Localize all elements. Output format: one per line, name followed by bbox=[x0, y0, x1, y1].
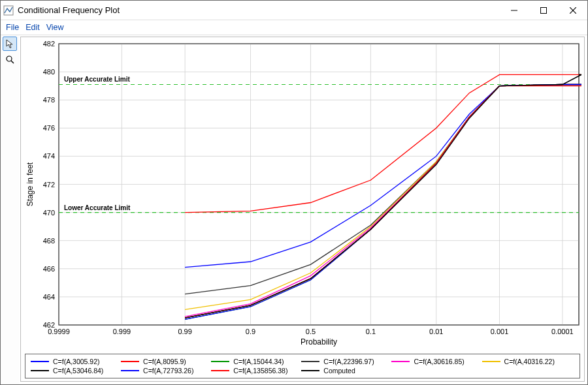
x-tick-label: 0.1 bbox=[366, 328, 376, 335]
svg-point-5 bbox=[7, 56, 12, 61]
legend-label: C=f(A,40316.22) bbox=[504, 358, 555, 365]
legend-label: C=f(A,22396.97) bbox=[323, 358, 374, 365]
y-tick-label: 476 bbox=[43, 124, 55, 132]
legend-swatch bbox=[301, 361, 319, 362]
window-controls bbox=[499, 1, 587, 20]
legend-item: C=f(A,22396.97) bbox=[301, 357, 391, 366]
x-tick-label: 0.99 bbox=[178, 328, 191, 335]
legend-label: C=f(A,8095.9) bbox=[143, 358, 186, 365]
series-line bbox=[185, 86, 581, 318]
y-tick-label: 462 bbox=[43, 321, 55, 329]
legend-item: C=f(A,40316.22) bbox=[482, 357, 572, 366]
series-line bbox=[185, 74, 581, 212]
menu-bar: File Edit View bbox=[1, 20, 587, 35]
legend-swatch bbox=[301, 370, 319, 371]
reference-line-label: Lower Accurate Limit bbox=[64, 204, 131, 211]
legend-item: Computed bbox=[301, 366, 391, 375]
legend-label: C=f(A,72793.26) bbox=[143, 367, 193, 375]
legend-label: C=f(A,30616.85) bbox=[414, 358, 464, 365]
y-tick-label: 478 bbox=[43, 96, 55, 104]
x-tick-label: 0.001 bbox=[491, 328, 509, 335]
legend-item: C=f(A,3005.92) bbox=[31, 357, 121, 366]
series-line bbox=[185, 85, 581, 320]
minimize-button[interactable] bbox=[499, 1, 529, 20]
title-bar: Conditional Frequency Plot bbox=[1, 1, 587, 20]
legend-swatch bbox=[121, 370, 139, 371]
x-tick-label: 0.01 bbox=[429, 328, 443, 335]
y-tick-label: 472 bbox=[43, 181, 55, 189]
legend-swatch bbox=[31, 361, 49, 362]
maximize-button[interactable] bbox=[529, 1, 558, 20]
series-line bbox=[185, 85, 581, 310]
legend-swatch bbox=[121, 361, 139, 362]
series-line bbox=[185, 85, 581, 268]
legend-label: C=f(A,3005.92) bbox=[53, 358, 100, 365]
legend-swatch bbox=[391, 361, 410, 362]
y-tick-label: 464 bbox=[43, 293, 55, 301]
zoom-tool-button[interactable] bbox=[3, 52, 17, 67]
y-tick-label: 474 bbox=[43, 152, 55, 160]
legend-swatch bbox=[211, 370, 229, 371]
legend-item: C=f(A,135856.38) bbox=[211, 366, 301, 375]
x-tick-label: 0.9 bbox=[246, 328, 255, 335]
y-axis-title: Stage in feet bbox=[25, 162, 35, 206]
menu-edit[interactable]: Edit bbox=[23, 23, 42, 32]
legend-swatch bbox=[31, 370, 49, 371]
legend-item: C=f(A,72793.26) bbox=[121, 366, 211, 375]
pointer-tool-button[interactable] bbox=[3, 37, 17, 51]
legend-label: C=f(A,53046.84) bbox=[53, 367, 103, 375]
legend-item: C=f(A,15044.34) bbox=[211, 357, 301, 366]
close-button[interactable] bbox=[558, 1, 587, 20]
series-line bbox=[185, 85, 581, 317]
y-tick-label: 466 bbox=[43, 265, 55, 273]
reference-line-label: Upper Accurate Limit bbox=[64, 76, 130, 83]
y-tick-label: 468 bbox=[43, 237, 55, 245]
x-tick-label: 0.0001 bbox=[551, 328, 574, 335]
legend-swatch bbox=[482, 361, 500, 362]
svg-rect-2 bbox=[540, 7, 546, 13]
menu-file[interactable]: File bbox=[3, 23, 22, 32]
plot-panel[interactable]: 0.99990.9990.990.90.50.10.010.0010.00014… bbox=[20, 37, 585, 382]
y-tick-label: 480 bbox=[43, 68, 55, 76]
legend: C=f(A,3005.92)C=f(A,8095.9)C=f(A,15044.3… bbox=[25, 354, 580, 378]
svg-line-6 bbox=[11, 61, 14, 63]
x-axis-title: Probability bbox=[301, 337, 337, 346]
x-tick-label: 0.999 bbox=[113, 328, 131, 335]
app-icon bbox=[3, 5, 14, 16]
y-tick-label: 470 bbox=[43, 209, 55, 217]
series-line bbox=[185, 85, 581, 320]
y-tick-label: 482 bbox=[43, 40, 55, 48]
x-tick-label: 0.5 bbox=[306, 328, 316, 335]
legend-label: Computed bbox=[323, 367, 355, 375]
menu-view[interactable]: View bbox=[44, 23, 67, 32]
window-title: Conditional Frequency Plot bbox=[18, 5, 499, 15]
legend-item: C=f(A,8095.9) bbox=[121, 357, 211, 366]
legend-item: C=f(A,30616.85) bbox=[391, 357, 482, 366]
chart[interactable]: 0.99990.9990.990.90.50.10.010.0010.00014… bbox=[21, 37, 584, 381]
legend-label: C=f(A,135856.38) bbox=[233, 367, 287, 375]
legend-label: C=f(A,15044.34) bbox=[233, 358, 284, 365]
legend-swatch bbox=[211, 361, 229, 362]
series-line bbox=[185, 85, 581, 318]
legend-item: C=f(A,53046.84) bbox=[31, 366, 121, 375]
tool-strip bbox=[1, 35, 19, 384]
